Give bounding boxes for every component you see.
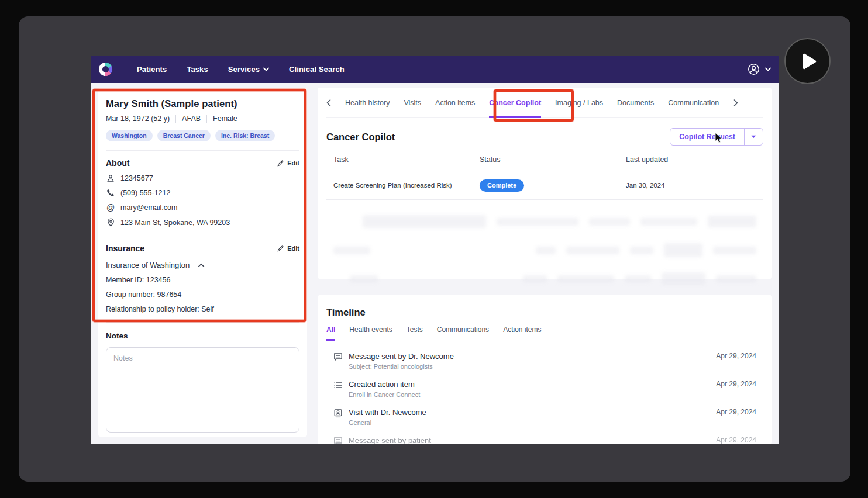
patient-address-row: 123 Main St, Spokane, WA 99203 — [106, 218, 299, 227]
play-icon — [802, 53, 817, 70]
pencil-icon — [277, 245, 284, 252]
caret-down-icon — [751, 135, 756, 139]
copilot-request-dropdown[interactable] — [745, 129, 763, 145]
status-badge: Complete — [480, 179, 524, 192]
tab-cancer-copilot[interactable]: Cancer Copilot — [489, 88, 541, 118]
cancer-copilot-card: Health history Visits Action items Cance… — [318, 88, 772, 279]
record-tabs: Health history Visits Action items Cance… — [326, 88, 763, 118]
ghost-row — [326, 272, 763, 285]
tabs-scroll-left-icon[interactable] — [326, 99, 331, 106]
play-button[interactable] — [784, 38, 831, 84]
nav-clinical-search[interactable]: Clinical Search — [289, 65, 345, 74]
divider — [106, 236, 299, 236]
patient-id: 12345677 — [120, 174, 153, 182]
message-icon — [333, 437, 343, 444]
patient-email: mary@email.com — [120, 203, 177, 212]
timeline-entry[interactable]: Message sent by patient Apr 29, 2024 — [326, 433, 763, 444]
top-navbar: Patients Tasks Services Clinical Search — [91, 56, 779, 83]
divider — [106, 150, 299, 151]
timeline-tabs: All Health events Tests Communications A… — [326, 326, 763, 341]
phone-icon — [106, 189, 115, 197]
insurance-title: Insurance — [106, 244, 144, 253]
entry-title: Visit with Dr. Newcome — [349, 408, 710, 417]
entry-subtitle: General — [349, 419, 710, 426]
patient-phone-row: (509) 555-1212 — [106, 189, 299, 197]
tab-health-history[interactable]: Health history — [345, 88, 390, 118]
app-window: Patients Tasks Services Clinical Search … — [91, 56, 779, 444]
content-area: Mary Smith (Sample patient) Mar 18, 1972… — [91, 83, 779, 444]
timeline-tab-communications[interactable]: Communications — [437, 326, 489, 341]
insurance-member-id: Member ID: 123456 — [106, 276, 299, 284]
insurance-provider-toggle[interactable]: Insurance of Washington — [106, 261, 299, 269]
patient-name: Mary Smith (Sample patient) — [106, 98, 299, 109]
tab-action-items[interactable]: Action items — [435, 88, 475, 118]
chevron-up-icon — [198, 263, 205, 268]
pencil-icon — [277, 160, 284, 167]
col-last-updated: Last updated — [626, 155, 756, 164]
copilot-table-header: Task Status Last updated — [326, 148, 763, 171]
timeline-title: Timeline — [326, 307, 763, 318]
app-logo-icon[interactable] — [99, 63, 112, 76]
patient-sidebar: Mary Smith (Sample patient) Mar 18, 1972… — [98, 88, 307, 437]
timeline-tab-tests[interactable]: Tests — [407, 326, 423, 341]
timeline-card: Timeline All Health events Tests Communi… — [318, 295, 772, 444]
patient-dob: Mar 18, 1972 (52 y) — [106, 115, 175, 123]
patient-sex: AFAB — [175, 115, 206, 123]
table-row[interactable]: Create Screening Plan (Increased Risk) C… — [326, 171, 763, 200]
patient-demographics: Mar 18, 1972 (52 y)AFABFemale — [106, 115, 299, 123]
badge-state: Washington — [106, 130, 153, 141]
insurance-edit-button[interactable]: Edit — [277, 245, 299, 252]
account-icon[interactable] — [748, 63, 760, 75]
entry-date: Apr 29, 2024 — [716, 352, 756, 360]
entry-title: Message sent by patient — [349, 436, 710, 444]
account-chevron-down-icon[interactable] — [765, 67, 771, 71]
tab-documents[interactable]: Documents — [617, 88, 654, 118]
copilot-request-button[interactable]: Copilot Request — [670, 128, 763, 146]
action-item-icon — [333, 381, 343, 390]
tab-imaging-labs[interactable]: Imaging / Labs — [555, 88, 603, 118]
timeline-entry[interactable]: Message sent by Dr. Newcome Subject: Pot… — [326, 349, 763, 377]
nav-services[interactable]: Services — [228, 65, 269, 74]
entry-date: Apr 29, 2024 — [716, 380, 756, 388]
badge-risk: Inc. Risk: Breast — [215, 130, 275, 141]
notes-title: Notes — [106, 331, 299, 340]
nav-patients[interactable]: Patients — [137, 65, 167, 74]
patient-phone: (509) 555-1212 — [120, 189, 170, 197]
badge-condition: Breast Cancer — [157, 130, 211, 141]
screen: Patients Tasks Services Clinical Search … — [0, 0, 868, 498]
insurance-provider: Insurance of Washington — [106, 261, 190, 269]
about-edit-button[interactable]: Edit — [277, 160, 299, 167]
timeline-tab-action-items[interactable]: Action items — [503, 326, 541, 341]
entry-date: Apr 29, 2024 — [716, 436, 756, 444]
tabs-scroll-right-icon[interactable] — [733, 99, 738, 106]
notes-input[interactable] — [106, 347, 299, 433]
patient-email-row: @ mary@email.com — [106, 203, 299, 212]
col-task: Task — [333, 155, 480, 164]
entry-date: Apr 29, 2024 — [716, 408, 756, 416]
patient-id-row: 12345677 — [106, 174, 299, 182]
location-pin-icon — [107, 218, 115, 227]
entry-title: Created action item — [349, 380, 710, 389]
entry-title: Message sent by Dr. Newcome — [349, 352, 710, 361]
timeline-entry[interactable]: Visit with Dr. Newcome General Apr 29, 2… — [326, 405, 763, 433]
insurance-relationship: Relationship to policy holder: Self — [106, 305, 299, 313]
email-at-icon: @ — [106, 203, 115, 212]
entry-subtitle: Subject: Potential oncologists — [349, 363, 710, 370]
ghost-row — [326, 243, 763, 257]
last-updated-date: Jan 30, 2024 — [626, 182, 756, 189]
ghost-row — [326, 215, 763, 228]
insurance-group-number: Group number: 987654 — [106, 290, 299, 299]
tab-visits[interactable]: Visits — [404, 88, 421, 118]
timeline-tab-all[interactable]: All — [326, 326, 335, 341]
chevron-down-icon — [263, 67, 269, 71]
about-title: About — [106, 158, 129, 168]
nav-tasks[interactable]: Tasks — [187, 65, 208, 74]
entry-subtitle: Enroll in Cancer Connect — [349, 391, 710, 398]
tab-communications[interactable]: Communications — [668, 88, 719, 118]
timeline-tab-health-events[interactable]: Health events — [349, 326, 392, 341]
visit-icon — [333, 409, 343, 418]
timeline-entry[interactable]: Created action item Enroll in Cancer Con… — [326, 377, 763, 405]
message-icon — [333, 352, 343, 362]
task-name: Create Screening Plan (Increased Risk) — [333, 182, 480, 189]
divider — [106, 322, 299, 323]
